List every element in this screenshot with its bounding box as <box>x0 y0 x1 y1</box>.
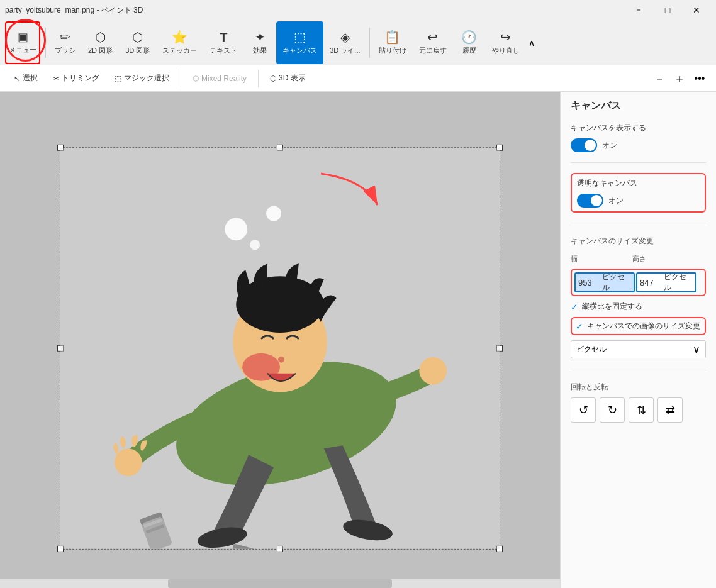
3d-view-icon: ◈ <box>340 30 350 45</box>
flip-horizontal-button[interactable]: ⇄ <box>657 397 683 423</box>
toolbar-undo[interactable]: ↩ 元に戻す <box>413 21 453 64</box>
window-title: party_yoitsubure_man.png - ペイント 3D <box>5 5 143 16</box>
sec-divider-1 <box>181 70 181 87</box>
trim-button[interactable]: ✂ トリミング <box>47 68 106 89</box>
toolbar-expand-button[interactable]: ∧ <box>529 38 535 48</box>
close-button[interactable]: ✕ <box>682 0 711 20</box>
rotation-section: 回転と反転 ↺ ↻ ⇅ ⇄ <box>571 379 706 423</box>
height-input-container: ピクセル <box>636 272 696 292</box>
toolbar-effect[interactable]: ✦ 効果 <box>243 21 276 64</box>
toolbar-3d-shape[interactable]: ⬡ 3D 図形 <box>119 21 156 64</box>
title-bar: party_yoitsubure_man.png - ペイント 3D － □ ✕ <box>0 0 716 20</box>
toolbar-3d-view[interactable]: ◈ 3D ライ... <box>323 21 366 64</box>
toolbar-2d-shape[interactable]: ⬡ 2D 図形 <box>82 21 119 64</box>
3d-shape-icon: ⬡ <box>132 30 143 45</box>
window-controls: － □ ✕ <box>624 0 711 20</box>
toolbar-sticker-label: ステッカー <box>162 46 197 55</box>
show-canvas-row: キャンバスを表示する <box>571 123 706 133</box>
menu-icon: ▣ <box>18 30 28 44</box>
secondary-toolbar: ↖ 選択 ✂ トリミング ⬚ マジック選択 ⬡ Mixed Reality ⬡ … <box>0 65 716 92</box>
rotation-buttons-row: ↺ ↻ ⇅ ⇄ <box>571 397 706 423</box>
flip-vertical-button[interactable]: ⇅ <box>629 397 654 423</box>
rotate-right-button[interactable]: ↻ <box>600 397 625 423</box>
more-button[interactable]: ••• <box>691 70 708 87</box>
toolbar-2d-shape-label: 2D 図形 <box>88 46 113 55</box>
transparent-canvas-row: 透明なキャンバス <box>577 178 700 189</box>
canvas-container <box>60 147 500 549</box>
menu-label: メニュー <box>9 45 36 55</box>
zoom-out-button[interactable]: － <box>651 70 668 87</box>
flip-vertical-icon: ⇅ <box>637 403 646 417</box>
select-label: 選択 <box>23 73 38 84</box>
toolbar-brush-label: ブラシ <box>55 46 76 55</box>
toolbar-sticker[interactable]: ⭐ ステッカー <box>156 21 203 64</box>
toolbar-3d-view-label: 3D ライ... <box>330 46 360 55</box>
rotate-left-button[interactable]: ↺ <box>571 397 596 423</box>
width-col-label: 幅 <box>571 254 627 263</box>
2d-shape-icon: ⬡ <box>95 30 106 45</box>
scrollbar-thumb[interactable] <box>168 579 392 588</box>
resize-image-highlight: ✓ キャンバスでの画像のサイズ変更 <box>571 317 706 335</box>
3d-view-sec-button[interactable]: ⬡ 3D 表示 <box>264 68 312 89</box>
zoom-in-button[interactable]: ＋ <box>671 70 688 87</box>
canvas-area[interactable] <box>0 92 560 588</box>
canvas-icon: ⬚ <box>294 30 306 45</box>
select-button[interactable]: ↖ 選択 <box>8 68 44 89</box>
show-canvas-label: キャンバスを表示する <box>571 123 646 133</box>
width-unit: ピクセル <box>602 272 631 293</box>
right-panel: キャンバス キャンバスを表示する オン 透明なキャンバス オン キャンバスのサイ… <box>560 92 716 588</box>
show-canvas-on-label: オン <box>602 140 617 151</box>
canvas-scrollbar[interactable] <box>0 579 560 588</box>
lock-ratio-row[interactable]: ✓ 縦横比を固定する <box>571 301 706 312</box>
3d-view-sec-label: 3D 表示 <box>279 73 306 84</box>
toolbar-history[interactable]: 🕐 履歴 <box>453 21 486 64</box>
rotate-right-icon: ↻ <box>608 403 617 417</box>
minimize-button[interactable]: － <box>624 0 653 20</box>
svg-rect-9 <box>266 328 274 330</box>
magic-select-button[interactable]: ⬚ マジック選択 <box>108 68 176 89</box>
width-input[interactable] <box>578 278 602 287</box>
maximize-button[interactable]: □ <box>653 0 682 20</box>
menu-button[interactable]: ▣ メニュー <box>5 21 40 64</box>
magic-select-label: マジック選択 <box>124 73 169 84</box>
transparent-canvas-section: 透明なキャンバス オン <box>571 173 706 213</box>
rotation-label: 回転と反転 <box>571 382 706 392</box>
height-unit: ピクセル <box>664 272 693 293</box>
toolbar-canvas-label: キャンバス <box>282 46 317 55</box>
canvas-inner <box>60 147 500 549</box>
toolbar-canvas[interactable]: ⬚ キャンバス <box>276 21 323 64</box>
chevron-down-icon: ∨ <box>693 343 700 355</box>
svg-point-2 <box>266 206 281 221</box>
history-icon: 🕐 <box>461 30 477 45</box>
svg-point-11 <box>115 448 142 476</box>
height-input[interactable] <box>640 278 664 287</box>
unit-dropdown[interactable]: ピクセル ∨ <box>571 340 706 358</box>
height-col-label: 高さ <box>632 254 689 263</box>
text-icon: T <box>220 30 227 45</box>
character-illustration <box>60 147 500 548</box>
mixed-reality-button[interactable]: ⬡ Mixed Reality <box>186 68 253 89</box>
show-canvas-toggle[interactable] <box>571 138 597 152</box>
flip-horizontal-icon: ⇄ <box>666 403 675 417</box>
toolbar-divider-1 <box>45 28 46 58</box>
toolbar-redo[interactable]: ↪ やり直し <box>486 21 526 64</box>
zoom-controls: － ＋ ••• <box>651 70 708 87</box>
panel-title: キャンバス <box>571 99 706 113</box>
toolbar-redo-label: やり直し <box>492 46 520 55</box>
lock-ratio-check-icon: ✓ <box>571 302 578 312</box>
resize-image-check-icon: ✓ <box>576 321 583 331</box>
resize-image-row[interactable]: ✓ キャンバスでの画像のサイズ変更 <box>576 321 701 331</box>
mixed-reality-label: Mixed Reality <box>201 74 247 83</box>
sticker-icon: ⭐ <box>172 30 187 45</box>
toolbar-brush[interactable]: ✏ ブラシ <box>48 21 82 64</box>
toolbar-text[interactable]: T テキスト <box>203 21 243 64</box>
svg-point-8 <box>278 356 284 362</box>
toolbar-undo-label: 元に戻す <box>419 46 447 55</box>
main-content: キャンバス キャンバスを表示する オン 透明なキャンバス オン キャンバスのサイ… <box>0 92 716 588</box>
toolbar-paste[interactable]: 📋 貼り付け <box>372 21 413 64</box>
trim-icon: ✂ <box>53 74 59 83</box>
select-icon: ↖ <box>14 74 20 83</box>
transparent-canvas-toggle[interactable] <box>577 194 603 208</box>
toolbar-3d-shape-label: 3D 図形 <box>125 46 150 55</box>
svg-point-3 <box>250 240 260 250</box>
